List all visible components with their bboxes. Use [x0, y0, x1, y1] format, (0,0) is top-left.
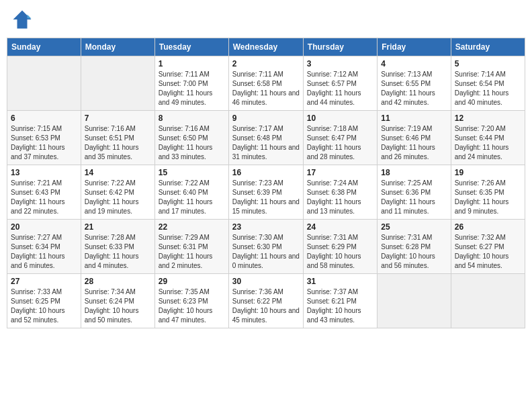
day-number: 23: [232, 222, 300, 232]
day-info: Sunrise: 7:32 AMSunset: 6:27 PMDaylight:…: [455, 233, 521, 271]
day-number: 3: [307, 59, 373, 68]
day-info: Sunrise: 7:34 AMSunset: 6:24 PMDaylight:…: [85, 287, 151, 325]
day-number: 14: [85, 168, 151, 177]
day-number: 27: [11, 277, 77, 286]
day-number: 20: [11, 222, 77, 232]
calendar-cell: 26Sunrise: 7:32 AMSunset: 6:27 PMDayligh…: [451, 220, 525, 274]
calendar-cell: 14Sunrise: 7:22 AMSunset: 6:42 PMDayligh…: [81, 165, 154, 220]
calendar-cell: 27Sunrise: 7:33 AMSunset: 6:25 PMDayligh…: [7, 274, 81, 328]
calendar-cell: 9Sunrise: 7:17 AMSunset: 6:48 PMDaylight…: [228, 111, 303, 165]
calendar-cell: 17Sunrise: 7:24 AMSunset: 6:38 PMDayligh…: [303, 165, 377, 220]
calendar-cell: 7Sunrise: 7:16 AMSunset: 6:51 PMDaylight…: [81, 111, 154, 165]
day-header-saturday: Saturday: [451, 38, 525, 56]
day-info: Sunrise: 7:28 AMSunset: 6:33 PMDaylight:…: [85, 233, 151, 271]
calendar-cell: 31Sunrise: 7:37 AMSunset: 6:21 PMDayligh…: [303, 274, 377, 328]
calendar-cell: 25Sunrise: 7:31 AMSunset: 6:28 PMDayligh…: [378, 220, 451, 274]
calendar-cell: [81, 56, 154, 111]
calendar-cell: 16Sunrise: 7:23 AMSunset: 6:39 PMDayligh…: [228, 165, 303, 220]
calendar-cell: 29Sunrise: 7:35 AMSunset: 6:23 PMDayligh…: [154, 274, 228, 328]
day-info: Sunrise: 7:12 AMSunset: 6:57 PMDaylight:…: [307, 70, 373, 107]
day-info: Sunrise: 7:11 AMSunset: 7:00 PMDaylight:…: [159, 70, 225, 107]
day-info: Sunrise: 7:22 AMSunset: 6:42 PMDaylight:…: [85, 179, 151, 216]
day-info: Sunrise: 7:31 AMSunset: 6:29 PMDaylight:…: [307, 233, 373, 271]
calendar-cell: 22Sunrise: 7:29 AMSunset: 6:31 PMDayligh…: [154, 220, 228, 274]
calendar-cell: 3Sunrise: 7:12 AMSunset: 6:57 PMDaylight…: [303, 56, 377, 111]
day-number: 10: [307, 113, 373, 123]
day-info: Sunrise: 7:18 AMSunset: 6:47 PMDaylight:…: [307, 124, 373, 162]
day-number: 12: [455, 113, 521, 123]
day-number: 9: [232, 113, 300, 123]
calendar-cell: [378, 274, 451, 328]
day-info: Sunrise: 7:16 AMSunset: 6:50 PMDaylight:…: [159, 124, 225, 162]
calendar-cell: 5Sunrise: 7:14 AMSunset: 6:54 PMDaylight…: [451, 56, 525, 111]
day-header-wednesday: Wednesday: [228, 38, 303, 56]
calendar-week-3: 13Sunrise: 7:21 AMSunset: 6:43 PMDayligh…: [7, 165, 525, 220]
svg-marker-0: [13, 11, 32, 29]
day-number: 19: [455, 168, 521, 177]
day-number: 5: [455, 59, 521, 68]
page-header: [7, 7, 525, 32]
calendar-cell: 6Sunrise: 7:15 AMSunset: 6:53 PMDaylight…: [7, 111, 81, 165]
day-info: Sunrise: 7:15 AMSunset: 6:53 PMDaylight:…: [11, 124, 77, 162]
day-header-monday: Monday: [81, 38, 154, 56]
day-number: 17: [307, 168, 373, 177]
logo-icon: [12, 9, 32, 30]
calendar-cell: 2Sunrise: 7:11 AMSunset: 6:58 PMDaylight…: [228, 56, 303, 111]
calendar-week-1: 1Sunrise: 7:11 AMSunset: 7:00 PMDaylight…: [7, 56, 525, 111]
calendar-cell: [451, 274, 525, 328]
day-info: Sunrise: 7:22 AMSunset: 6:40 PMDaylight:…: [159, 179, 225, 216]
day-header-tuesday: Tuesday: [154, 38, 228, 56]
day-info: Sunrise: 7:25 AMSunset: 6:36 PMDaylight:…: [381, 179, 447, 216]
day-number: 2: [232, 59, 300, 68]
day-info: Sunrise: 7:17 AMSunset: 6:48 PMDaylight:…: [232, 124, 300, 162]
day-number: 8: [159, 113, 225, 123]
day-number: 13: [11, 168, 77, 177]
calendar-cell: 10Sunrise: 7:18 AMSunset: 6:47 PMDayligh…: [303, 111, 377, 165]
day-number: 25: [381, 222, 447, 232]
day-info: Sunrise: 7:26 AMSunset: 6:35 PMDaylight:…: [455, 179, 521, 216]
day-number: 1: [159, 59, 225, 68]
day-info: Sunrise: 7:29 AMSunset: 6:31 PMDaylight:…: [159, 233, 225, 271]
day-header-friday: Friday: [378, 38, 451, 56]
day-info: Sunrise: 7:33 AMSunset: 6:25 PMDaylight:…: [11, 287, 77, 325]
calendar-cell: 21Sunrise: 7:28 AMSunset: 6:33 PMDayligh…: [81, 220, 154, 274]
day-info: Sunrise: 7:14 AMSunset: 6:54 PMDaylight:…: [455, 70, 521, 107]
calendar-header-row: SundayMondayTuesdayWednesdayThursdayFrid…: [7, 38, 525, 56]
calendar-table: SundayMondayTuesdayWednesdayThursdayFrid…: [7, 38, 525, 328]
day-number: 11: [381, 113, 447, 123]
day-number: 4: [381, 59, 447, 68]
calendar-cell: 4Sunrise: 7:13 AMSunset: 6:55 PMDaylight…: [378, 56, 451, 111]
logo: [12, 9, 35, 30]
day-number: 16: [232, 168, 300, 177]
day-number: 22: [159, 222, 225, 232]
calendar-cell: 28Sunrise: 7:34 AMSunset: 6:24 PMDayligh…: [81, 274, 154, 328]
day-number: 28: [85, 277, 151, 286]
calendar-cell: 23Sunrise: 7:30 AMSunset: 6:30 PMDayligh…: [228, 220, 303, 274]
calendar-week-4: 20Sunrise: 7:27 AMSunset: 6:34 PMDayligh…: [7, 220, 525, 274]
calendar-cell: 30Sunrise: 7:36 AMSunset: 6:22 PMDayligh…: [228, 274, 303, 328]
day-info: Sunrise: 7:20 AMSunset: 6:44 PMDaylight:…: [455, 124, 521, 162]
day-header-sunday: Sunday: [7, 38, 81, 56]
day-header-thursday: Thursday: [303, 38, 377, 56]
calendar-cell: 11Sunrise: 7:19 AMSunset: 6:46 PMDayligh…: [378, 111, 451, 165]
day-number: 29: [159, 277, 225, 286]
day-info: Sunrise: 7:36 AMSunset: 6:22 PMDaylight:…: [232, 287, 300, 325]
day-number: 24: [307, 222, 373, 232]
calendar-cell: 8Sunrise: 7:16 AMSunset: 6:50 PMDaylight…: [154, 111, 228, 165]
day-info: Sunrise: 7:37 AMSunset: 6:21 PMDaylight:…: [307, 287, 373, 325]
day-number: 6: [11, 113, 77, 123]
calendar-cell: 20Sunrise: 7:27 AMSunset: 6:34 PMDayligh…: [7, 220, 81, 274]
day-number: 15: [159, 168, 225, 177]
day-info: Sunrise: 7:30 AMSunset: 6:30 PMDaylight:…: [232, 233, 300, 271]
day-info: Sunrise: 7:19 AMSunset: 6:46 PMDaylight:…: [381, 124, 447, 162]
calendar-cell: 19Sunrise: 7:26 AMSunset: 6:35 PMDayligh…: [451, 165, 525, 220]
day-info: Sunrise: 7:21 AMSunset: 6:43 PMDaylight:…: [11, 179, 77, 216]
day-info: Sunrise: 7:35 AMSunset: 6:23 PMDaylight:…: [159, 287, 225, 325]
day-info: Sunrise: 7:27 AMSunset: 6:34 PMDaylight:…: [11, 233, 77, 271]
day-number: 18: [381, 168, 447, 177]
day-number: 7: [85, 113, 151, 123]
day-number: 21: [85, 222, 151, 232]
day-info: Sunrise: 7:31 AMSunset: 6:28 PMDaylight:…: [381, 233, 447, 271]
day-info: Sunrise: 7:13 AMSunset: 6:55 PMDaylight:…: [381, 70, 447, 107]
day-number: 30: [232, 277, 300, 286]
